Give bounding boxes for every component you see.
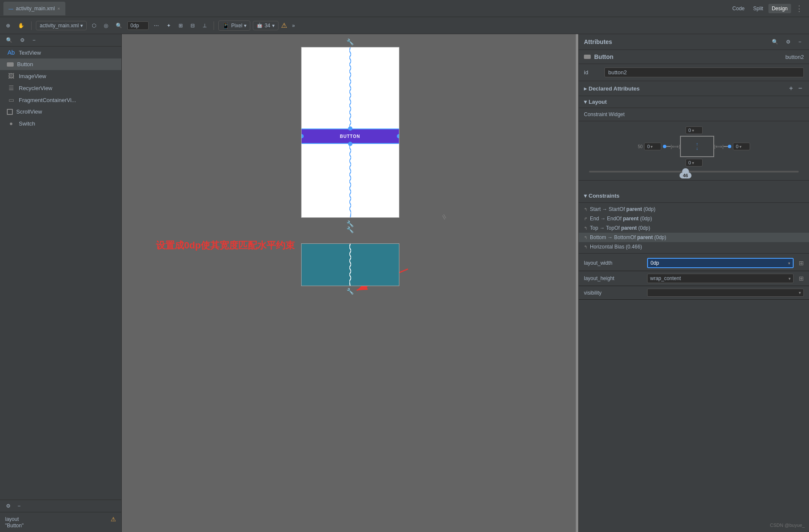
more-options-icon[interactable]: ⋮ [793,4,806,13]
api-label: 34 [264,23,270,29]
declared-attrs-header[interactable]: ▸ Declared Attributes + − [579,81,809,96]
cw-bottom-dropdown[interactable]: 0 ▾ [686,159,703,167]
wrench-top-icon: 🔧 [346,38,354,45]
layout-height-label: layout_height [584,275,644,281]
cw-top-dropdown[interactable]: 0 ▾ [686,126,703,134]
attributes-settings-button[interactable]: ⚙ [783,38,793,46]
constraints-section-header[interactable]: ▾ Constraints [579,189,809,203]
design-mode-button[interactable]: Design [768,4,791,13]
layout-width-value[interactable]: 0dp ▾ [647,258,794,268]
handle-right[interactable] [397,134,399,138]
layout-chevron: ▾ [584,99,587,105]
bottom-gear-button[interactable]: ⚙ [3,502,13,510]
layout-width-expand: ⊞ [799,260,804,266]
layers-button[interactable]: ⬡ [89,21,99,30]
cw-right-dot [728,145,731,148]
palette-item-button[interactable]: Button [0,58,121,70]
widget-label: Button [594,53,613,60]
select-tool-button[interactable]: ⊕ [3,21,13,30]
declared-attrs-header-left: ▸ Declared Attributes [584,85,639,92]
cw-right-line [724,146,728,147]
constraint-rows: ↰ Start → StartOf parent (0dp) ↱ End → E… [579,203,809,254]
layout-height-value[interactable]: wrap_content ▾ [647,274,794,283]
bottom-value: "Button" [5,523,23,529]
code-mode-button[interactable]: Code [729,4,748,13]
layout-section-header[interactable]: ▾ Layout [579,96,809,108]
widget-row: Button button2 [579,50,809,64]
declared-attrs-remove-button[interactable]: − [797,85,804,92]
wrench-bottom2-icon: 🔧 [346,288,354,295]
palette-item-label: Button [17,61,33,67]
device-button[interactable]: 🔍 [113,21,125,30]
view-mode-buttons: Code Split Design ⋮ [729,4,806,13]
device-dropdown[interactable]: 📱 Pixel ▾ [218,20,250,31]
cw-top-arrow: ▾ [692,128,694,133]
pan-tool-button[interactable]: ✋ [15,21,27,30]
attr-row-layout-width: layout_width 0dp ▾ ⊞ [579,255,809,271]
palette-list: Ab TextView Button 🖼 ImageView ☰ Recycle… [0,47,121,500]
phone-screen[interactable]: BUTTON [301,47,399,218]
attributes-minus-button[interactable]: − [796,38,804,46]
align-v-button[interactable]: ⊟ [188,21,197,30]
bias-slider-track[interactable]: 46 [589,171,799,172]
cw-left-line [666,146,671,147]
palette-settings-button[interactable]: ⚙ [18,36,27,44]
path-tool-button[interactable]: ⋯ [151,21,161,30]
top-constraint-line [349,47,351,129]
palette-search-button[interactable]: 🔍 [3,36,15,44]
phone-screen-2[interactable] [301,243,399,286]
bottom-value-row: "Button" [5,523,116,529]
file-dropdown-label: activity_main.xml [40,23,79,29]
toolbar-separator-1 [31,21,32,30]
id-input[interactable] [604,67,804,77]
bottom-content: layout ⚠ "Button" [0,512,121,532]
constraint-text-2: Top → TopOf parent (0dp) [590,225,650,231]
palette-item-imageview[interactable]: 🖼 ImageView [0,70,121,82]
constraints-chevron: ▾ [584,193,587,199]
tab-close-icon[interactable]: × [57,6,60,11]
palette-minus-button[interactable]: − [30,36,38,44]
palette-toolbar: 🔍 ⚙ − [0,34,121,47]
bottom-minus-button[interactable]: − [15,502,23,510]
more-tools-button[interactable]: » [290,21,298,30]
palette-item-scrollview[interactable]: ScrollView [0,106,121,117]
phone-frame-2: 🔧 🔧 [301,235,399,286]
split-mode-button[interactable]: Split [750,4,766,13]
file-dropdown[interactable]: activity_main.xml ▾ [36,21,87,30]
declared-attrs-add-button[interactable]: + [787,85,794,92]
handle-top[interactable] [348,126,352,131]
palette-item-fragmentcontainer[interactable]: ▭ FragmentContainerVi... [0,94,121,106]
cw-left-bracket: |⟺| [671,144,680,149]
blueprint-button[interactable]: ◎ [101,21,111,30]
attributes-panel: Attributes 🔍 ⚙ − Button button2 id ▸ Dec [578,34,809,532]
attributes-search-button[interactable]: 🔍 [769,38,781,46]
cw-top-row: 0 ▾ [686,126,703,134]
constraints-header-left: ▾ Constraints [584,193,619,199]
cw-center-box: ↑ ↓ [680,136,714,157]
constraint-row-3: ↰ Bottom → BottomOf parent (0dp) [579,233,809,242]
magic-button[interactable]: ✦ [164,21,173,30]
palette-item-switch[interactable]: ● Switch [0,117,121,129]
constraint-row-0: ↰ Start → StartOf parent (0dp) [579,205,809,214]
layout-label: Layout [589,99,607,105]
top-bar: — activity_main.xml × Code Split Design … [0,0,809,17]
wrench-top2-icon: 🔧 [346,226,354,233]
visibility-value[interactable]: ▾ [647,289,804,297]
file-tab[interactable]: — activity_main.xml × [3,2,65,15]
align-h-button[interactable]: ⊞ [176,21,185,30]
constraint-text-4: Horizontal Bias (0.466) [590,244,642,250]
file-dropdown-arrow: ▾ [80,23,83,29]
palette-item-textview[interactable]: Ab TextView [0,47,121,58]
arrow-indicator-row [579,301,809,308]
teal-constraint-line [349,244,351,286]
constraint-widget-visual: 0 ▾ 50 0 ▾ |⟺| [579,121,809,181]
dp-input[interactable] [127,21,149,30]
cw-right-dropdown[interactable]: 0 ▾ [733,143,750,150]
canvas-resize-handle[interactable] [576,34,578,532]
cw-left-dropdown[interactable]: 0 ▾ [644,143,661,150]
widget-name: Button [584,53,613,60]
api-dropdown[interactable]: 🤖 34 ▾ [253,21,278,30]
palette-item-recyclerview[interactable]: ☰ RecyclerView [0,82,121,94]
baseline-button[interactable]: ⊥ [200,21,209,30]
cw-right-side: |⟺| 0 ▾ [714,143,750,150]
